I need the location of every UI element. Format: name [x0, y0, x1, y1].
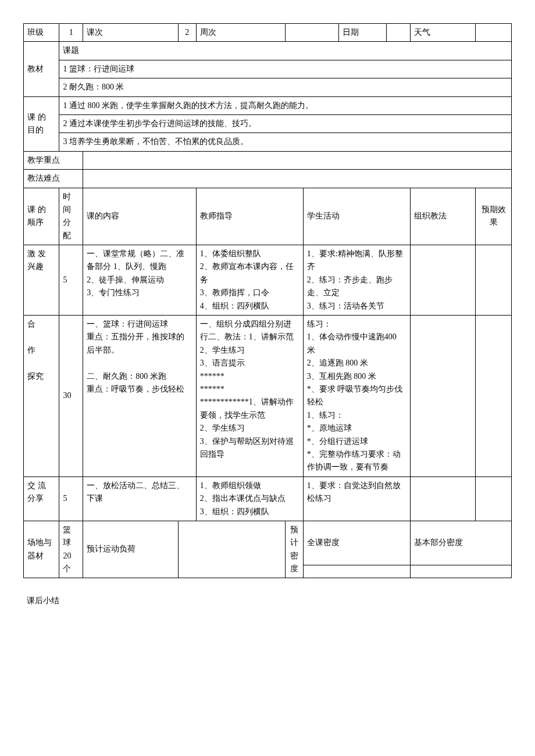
material-line2: 2 耐久跑：800 米: [59, 78, 512, 96]
row2-time: 30: [59, 316, 83, 477]
material-line1: 1 篮球：行进间运球: [59, 60, 512, 78]
row3-student: 1、要求：自觉达到自然放松练习: [303, 476, 410, 521]
col-time: 时间分配: [59, 188, 83, 245]
row3-content: 一、放松活动二、总结三、下课: [83, 476, 196, 521]
table-row: 交 流 分享 5 一、放松活动二、总结三、下课 1、教师组织领做 2、指出本课优…: [24, 476, 512, 521]
row1-seq: 激 发 兴趣: [24, 245, 59, 316]
row2-student: 练习： 1、体会动作慢中速跑400 米 2、追逐跑 800 米 3、互相先跑 8…: [303, 316, 410, 477]
lesson-no-label: 课次: [83, 24, 179, 42]
col-org: 组织教法: [410, 188, 476, 245]
part-density-label: 基本部分密度: [410, 521, 511, 565]
keypoint-label: 教学重点: [24, 151, 83, 169]
class-label: 班级: [24, 24, 59, 42]
weather-value: [476, 24, 512, 42]
purpose-line2: 2 通过本课使学生初步学会行进间运球的技能、技巧。: [59, 114, 512, 132]
lesson-no-value: 2: [178, 24, 196, 42]
table-row: 激 发 兴趣 5 一、课堂常规（略）二、准备部分 1、队列、慢跑 2、徒手操、伸…: [24, 245, 512, 316]
col-expect: 预期效果: [476, 188, 512, 245]
class-value: 1: [59, 24, 83, 42]
col-content: 课的内容: [83, 188, 196, 245]
col-seq: 课 的 顺序: [24, 188, 59, 245]
row1-expect: [476, 245, 512, 316]
row3-seq: 交 流 分享: [24, 476, 59, 521]
week-value: [286, 24, 339, 42]
load-value: [178, 521, 285, 578]
row1-content: 一、课堂常规（略）二、准备部分 1、队列、慢跑 2、徒手操、伸展运动 3、专门性…: [83, 245, 196, 316]
header-row: 班级 1 课次 2 周次 日期 天气: [24, 24, 512, 42]
row2-expect: [476, 316, 512, 477]
purpose-line1: 1 通过 800 米跑，使学生掌握耐久跑的技术方法，提高耐久跑的能力。: [59, 96, 512, 114]
row1-org: [410, 245, 476, 316]
row1-student: 1、要求:精神饱满、队形整齐 2、练习：齐步走、跑步走、立定 3、练习：活动各关…: [303, 245, 410, 316]
material-label: 教材: [24, 42, 59, 96]
difficulty-label: 教法难点: [24, 170, 83, 188]
row3-time: 5: [59, 476, 83, 521]
col-teacher: 教师指导: [196, 188, 303, 245]
col-student: 学生活动: [303, 188, 410, 245]
row2-teacher: 一、组织 分成四组分别进行二、教法：1、讲解示范 2、学生练习 3、语言提示 *…: [196, 316, 303, 477]
topic-label: 课题: [59, 42, 512, 60]
row3-org: [410, 476, 476, 521]
row3-expect: [476, 476, 512, 521]
purpose-line3: 3 培养学生勇敢果断，不怕苦、不怕累的优良品质。: [59, 133, 512, 151]
date-label: 日期: [339, 24, 387, 42]
purpose-label: 课 的 目的: [24, 96, 59, 151]
lesson-plan-table: 班级 1 课次 2 周次 日期 天气 教材 课题 1 篮球：行进间运球 2 耐久…: [23, 23, 512, 578]
keypoint-value: [83, 151, 512, 169]
load-label: 预计运动负荷: [83, 521, 179, 578]
table-row: 合 作 探究 30 一、篮球：行进间运球 重点：五指分开，推按球的后半部。 二、…: [24, 316, 512, 477]
row1-teacher: 1、体委组织整队 2、教师宣布本课内容，任务 3、教师指挥，口令 4、组织：四列…: [196, 245, 303, 316]
full-density-label: 全课密度: [303, 521, 410, 565]
row3-teacher: 1、教师组织领做 2、指出本课优点与缺点 3、组织：四列横队: [196, 476, 303, 521]
part-density-value: [410, 565, 511, 578]
row2-org: [410, 316, 476, 477]
field-value: 篮球20 个: [59, 521, 83, 578]
difficulty-value: [83, 170, 512, 188]
date-value: [387, 24, 411, 42]
row2-seq: 合 作 探究: [24, 316, 59, 477]
density-label: 预计密度: [286, 521, 304, 578]
row1-time: 5: [59, 245, 83, 316]
full-density-value: [303, 565, 410, 578]
bottom-row: 场地与器材 篮球20 个 预计运动负荷 预计密度 全课密度 基本部分密度: [24, 521, 512, 565]
row2-content: 一、篮球：行进间运球 重点：五指分开，推按球的后半部。 二、耐久跑：800 米跑…: [83, 316, 196, 477]
columns-header: 课 的 顺序 时间分配 课的内容 教师指导 学生活动 组织教法 预期效果: [24, 188, 512, 245]
weather-label: 天气: [410, 24, 476, 42]
field-label: 场地与器材: [24, 521, 59, 578]
week-label: 周次: [196, 24, 285, 42]
footnote: 课后小结: [23, 596, 512, 606]
